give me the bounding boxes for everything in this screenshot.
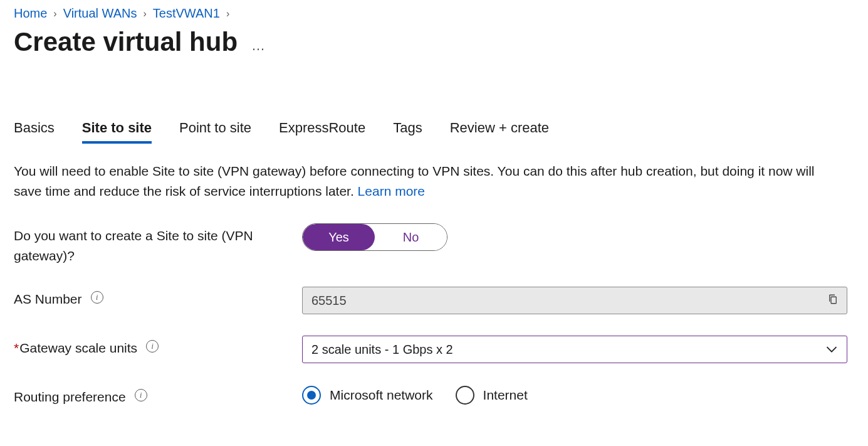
toggle-no[interactable]: No (375, 224, 447, 250)
as-number-field (302, 287, 847, 314)
tab-site-to-site[interactable]: Site to site (82, 117, 152, 144)
radio-icon (456, 386, 474, 405)
breadcrumb-testvwan1[interactable]: TestVWAN1 (153, 6, 220, 21)
learn-more-link[interactable]: Learn more (358, 184, 425, 198)
chevron-down-icon (825, 342, 838, 357)
radio-icon (302, 386, 321, 405)
tab-tags[interactable]: Tags (393, 117, 422, 144)
more-actions-button[interactable]: … (251, 30, 266, 54)
copy-icon (827, 293, 839, 308)
routing-pref-internet-label: Internet (483, 388, 528, 403)
gateway-scale-value: 2 scale units - 1 Gbps x 2 (311, 342, 453, 357)
copy-button[interactable] (819, 287, 847, 314)
routing-pref-label: Routing preference (14, 387, 126, 407)
routing-pref-internet[interactable]: Internet (456, 386, 528, 405)
tab-point-to-site[interactable]: Point to site (179, 117, 251, 144)
svg-rect-0 (831, 297, 836, 304)
gateway-scale-label: Gateway scale units (19, 341, 137, 355)
as-number-input (303, 287, 819, 314)
as-number-label: AS Number (14, 289, 82, 309)
info-icon[interactable]: i (135, 389, 147, 401)
intro-text: You will need to enable Site to site (VP… (14, 161, 835, 201)
breadcrumb: Home › Virtual WANs › TestVWAN1 › (14, 6, 854, 21)
required-asterisk: * (14, 341, 19, 355)
info-icon[interactable]: i (91, 291, 103, 304)
breadcrumb-virtual-wans[interactable]: Virtual WANs (63, 6, 137, 21)
breadcrumb-home[interactable]: Home (14, 6, 47, 21)
create-gateway-toggle[interactable]: Yes No (302, 223, 447, 251)
gateway-scale-select[interactable]: 2 scale units - 1 Gbps x 2 (302, 336, 847, 363)
routing-pref-microsoft-label: Microsoft network (330, 388, 433, 403)
tabs: Basics Site to site Point to site Expres… (14, 117, 854, 144)
routing-pref-microsoft[interactable]: Microsoft network (302, 386, 433, 405)
page-title: Create virtual hub (14, 27, 238, 57)
tab-review-create[interactable]: Review + create (450, 117, 549, 144)
toggle-yes[interactable]: Yes (303, 224, 375, 250)
tab-basics[interactable]: Basics (14, 117, 55, 144)
breadcrumb-separator: › (51, 8, 59, 19)
info-icon[interactable]: i (146, 340, 159, 353)
create-gateway-label: Do you want to create a Site to site (VP… (14, 223, 302, 265)
breadcrumb-separator: › (141, 8, 149, 19)
breadcrumb-separator: › (224, 8, 232, 19)
tab-expressroute[interactable]: ExpressRoute (279, 117, 365, 144)
